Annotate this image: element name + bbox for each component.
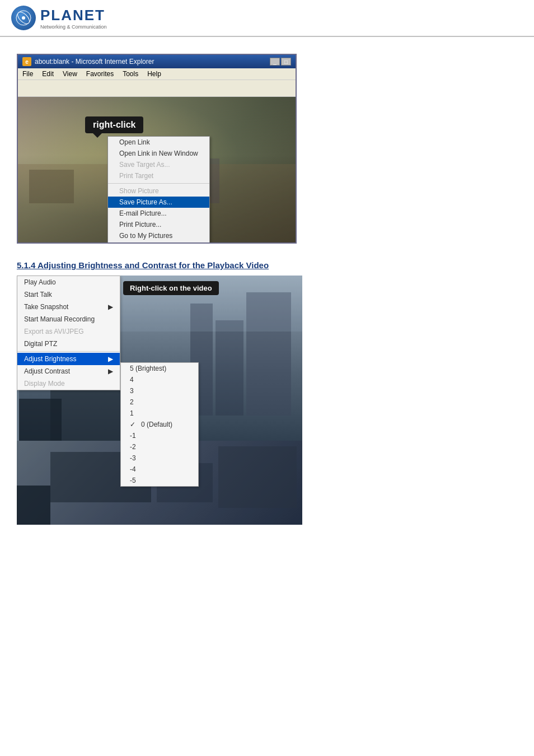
ctx-open-link-new[interactable]: Open Link in New Window [108,148,209,159]
sub-3[interactable]: 3 [121,385,198,396]
svg-rect-12 [17,399,62,441]
right-click-label2: Right-click on the video [123,281,219,295]
ctx2-play-audio[interactable]: Play Audio [17,276,120,288]
ctx-open-link[interactable]: Open Link [108,137,209,148]
ie-title-left: e about:blank - Microsoft Internet Explo… [22,57,154,66]
ctx2-start-talk[interactable]: Start Talk [17,288,120,301]
svg-rect-9 [216,320,243,416]
sub-5-brightest[interactable]: 5 (Brightest) [121,363,198,374]
ie-content-area: right-click Open Link Open Link in New W… [18,97,296,242]
content-area: e about:blank - Microsoft Internet Explo… [0,48,534,530]
ie-title: about:blank - Microsoft Internet Explore… [35,58,154,66]
ie-toolbar [18,80,296,97]
svg-rect-18 [17,486,50,525]
left-context-menu[interactable]: Play Audio Start Talk Take Snapshot ▶ St… [17,276,120,390]
sub-4[interactable]: 4 [121,374,198,385]
brightness-submenu[interactable]: 5 (Brightest) 4 3 2 1 0 (Defau [120,362,199,487]
menu-help[interactable]: Help [147,70,161,78]
ctx2-adjust-contrast[interactable]: Adjust Contrast ▶ [17,365,120,377]
menu-tools[interactable]: Tools [123,70,138,78]
ctx-show-picture[interactable]: Show Picture [108,185,209,197]
arrow-icon3: ▶ [108,367,113,375]
sub-neg1[interactable]: -1 [121,430,198,441]
sub-1[interactable]: 1 [121,408,198,419]
ie-controls[interactable]: _ □ [270,58,291,66]
svg-rect-10 [246,292,291,416]
ie-context-menu[interactable]: Open Link Open Link in New Window Save T… [107,136,210,242]
menu-file[interactable]: File [22,70,33,78]
sub-neg3[interactable]: -3 [121,452,198,464]
right-click-label: right-click [85,116,143,133]
logo-icon [11,6,36,30]
ie-window: e about:blank - Microsoft Internet Explo… [17,54,297,244]
menu-favorites[interactable]: Favorites [86,70,114,78]
ctx-save-picture[interactable]: Save Picture As... [108,197,209,208]
sub-neg5[interactable]: -5 [121,475,198,486]
ctx-save-target[interactable]: Save Target As... [108,159,209,170]
svg-rect-6 [29,170,74,203]
arrow-icon: ▶ [108,303,113,311]
ctx2-export[interactable]: Export as AVI/JPEG [17,325,120,338]
ctx2-adjust-brightness[interactable]: Adjust Brightness ▶ [17,353,120,365]
ie-minimize-btn[interactable]: _ [270,58,280,66]
ctx2-take-snapshot[interactable]: Take Snapshot ▶ [17,301,120,313]
ctx-goto-pictures[interactable]: Go to My Pictures [108,230,209,241]
section-heading: 5.1.4 Adjusting Brightness and Contrast … [17,260,517,270]
ie-menubar: File Edit View Favorites Tools Help [18,68,296,80]
ctx-email-picture[interactable]: E-mail Picture... [108,208,209,219]
menu-view[interactable]: View [63,70,77,78]
ctx-set-background[interactable]: Set as Background [108,241,209,242]
menu-edit[interactable]: Edit [42,70,54,78]
brand-name: PLANET [40,7,107,24]
section2: Play Audio Start Talk Take Snapshot ▶ St… [17,276,517,525]
ctx2-display-mode[interactable]: Display Mode [17,377,120,390]
menus-row: Play Audio Start Talk Take Snapshot ▶ St… [17,276,302,441]
header: PLANET Networking & Communication [0,0,534,37]
ctx-print-picture[interactable]: Print Picture... [108,219,209,230]
logo-area: PLANET Networking & Communication [11,6,107,30]
svg-rect-17 [218,446,297,508]
ctx-sep1 [108,183,209,184]
sub-2[interactable]: 2 [121,396,198,408]
ctx2-sep [17,351,120,352]
sub-0-default[interactable]: 0 (Default) [121,419,198,430]
ie-titlebar: e about:blank - Microsoft Internet Explo… [18,55,296,68]
ctx-print-target[interactable]: Print Target [108,170,209,181]
svg-point-2 [22,16,25,20]
sub-neg2[interactable]: -2 [121,441,198,452]
brand-tagline: Networking & Communication [40,24,107,30]
arrow-icon2: ▶ [108,355,113,363]
ie-maximize-btn[interactable]: □ [281,58,291,66]
ctx2-digital-ptz[interactable]: Digital PTZ [17,338,120,350]
sub-neg4[interactable]: -4 [121,464,198,475]
ctx2-start-recording[interactable]: Start Manual Recording [17,313,120,325]
ie-icon: e [22,57,31,66]
logo-text: PLANET Networking & Communication [40,7,107,30]
section2-inner: Play Audio Start Talk Take Snapshot ▶ St… [17,276,302,525]
